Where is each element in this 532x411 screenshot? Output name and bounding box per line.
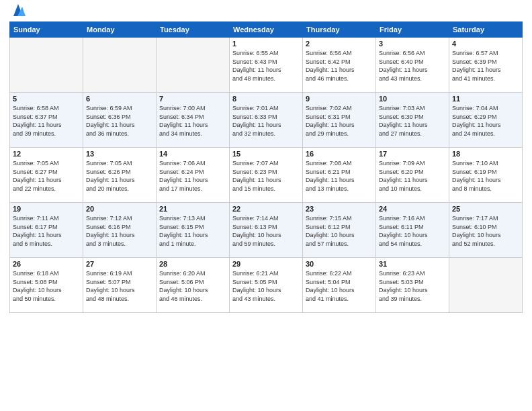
weekday-header-row: Sunday Monday Tuesday Wednesday Thursday… xyxy=(10,22,523,38)
calendar-cell: 7Sunrise: 7:00 AM Sunset: 6:34 PM Daylig… xyxy=(157,93,230,148)
day-info: Sunrise: 6:22 AM Sunset: 5:04 PM Dayligh… xyxy=(306,269,373,303)
day-number: 3 xyxy=(379,40,446,48)
day-info: Sunrise: 6:58 AM Sunset: 6:37 PM Dayligh… xyxy=(13,104,80,138)
calendar-cell: 6Sunrise: 6:59 AM Sunset: 6:36 PM Daylig… xyxy=(83,93,157,148)
day-number: 22 xyxy=(232,205,300,213)
header-saturday: Saturday xyxy=(449,22,523,38)
header-friday: Friday xyxy=(376,22,449,38)
day-number: 5 xyxy=(13,95,80,103)
day-info: Sunrise: 6:19 AM Sunset: 5:07 PM Dayligh… xyxy=(86,269,153,303)
day-info: Sunrise: 7:14 AM Sunset: 6:13 PM Dayligh… xyxy=(232,214,300,248)
calendar-cell: 21Sunrise: 7:13 AM Sunset: 6:15 PM Dayli… xyxy=(157,203,230,258)
day-info: Sunrise: 6:57 AM Sunset: 6:39 PM Dayligh… xyxy=(452,49,519,83)
calendar-cell: 26Sunrise: 6:18 AM Sunset: 5:08 PM Dayli… xyxy=(10,258,83,313)
day-info: Sunrise: 7:10 AM Sunset: 6:19 PM Dayligh… xyxy=(452,159,519,193)
day-number: 13 xyxy=(86,150,153,158)
calendar-cell xyxy=(10,38,83,93)
calendar-cell: 19Sunrise: 7:11 AM Sunset: 6:17 PM Dayli… xyxy=(10,203,83,258)
day-info: Sunrise: 7:04 AM Sunset: 6:29 PM Dayligh… xyxy=(452,104,519,138)
day-number: 28 xyxy=(159,260,226,268)
day-info: Sunrise: 6:20 AM Sunset: 5:06 PM Dayligh… xyxy=(159,269,226,303)
day-number: 31 xyxy=(379,260,446,268)
day-info: Sunrise: 6:23 AM Sunset: 5:03 PM Dayligh… xyxy=(379,269,446,303)
day-info: Sunrise: 7:03 AM Sunset: 6:30 PM Dayligh… xyxy=(379,104,446,138)
calendar-cell: 8Sunrise: 7:01 AM Sunset: 6:33 PM Daylig… xyxy=(230,93,303,148)
day-number: 24 xyxy=(379,205,446,213)
header-monday: Monday xyxy=(83,22,157,38)
calendar-cell: 22Sunrise: 7:14 AM Sunset: 6:13 PM Dayli… xyxy=(230,203,303,258)
day-number: 10 xyxy=(379,95,446,103)
day-info: Sunrise: 7:05 AM Sunset: 6:27 PM Dayligh… xyxy=(13,159,80,193)
day-number: 12 xyxy=(13,150,80,158)
day-info: Sunrise: 7:17 AM Sunset: 6:10 PM Dayligh… xyxy=(452,214,519,248)
calendar-cell: 12Sunrise: 7:05 AM Sunset: 6:27 PM Dayli… xyxy=(10,148,83,203)
calendar-cell: 13Sunrise: 7:05 AM Sunset: 6:26 PM Dayli… xyxy=(83,148,157,203)
day-info: Sunrise: 7:12 AM Sunset: 6:16 PM Dayligh… xyxy=(86,214,153,248)
day-number: 27 xyxy=(86,260,153,268)
calendar-week-row: 12Sunrise: 7:05 AM Sunset: 6:27 PM Dayli… xyxy=(10,148,523,203)
calendar-cell: 18Sunrise: 7:10 AM Sunset: 6:19 PM Dayli… xyxy=(449,148,523,203)
day-number: 4 xyxy=(452,40,519,48)
day-number: 6 xyxy=(86,95,153,103)
calendar-cell: 1Sunrise: 6:55 AM Sunset: 6:43 PM Daylig… xyxy=(230,38,303,93)
day-info: Sunrise: 7:06 AM Sunset: 6:24 PM Dayligh… xyxy=(159,159,226,193)
day-info: Sunrise: 7:09 AM Sunset: 6:20 PM Dayligh… xyxy=(379,159,446,193)
calendar-week-row: 5Sunrise: 6:58 AM Sunset: 6:37 PM Daylig… xyxy=(10,93,523,148)
calendar-cell: 23Sunrise: 7:15 AM Sunset: 6:12 PM Dayli… xyxy=(303,203,376,258)
day-number: 20 xyxy=(86,205,153,213)
day-number: 29 xyxy=(232,260,300,268)
day-number: 17 xyxy=(379,150,446,158)
header-wednesday: Wednesday xyxy=(230,22,303,38)
day-info: Sunrise: 7:16 AM Sunset: 6:11 PM Dayligh… xyxy=(379,214,446,248)
day-number: 16 xyxy=(306,150,373,158)
day-info: Sunrise: 7:05 AM Sunset: 6:26 PM Dayligh… xyxy=(86,159,153,193)
calendar-cell: 3Sunrise: 6:56 AM Sunset: 6:40 PM Daylig… xyxy=(376,38,449,93)
calendar-cell: 27Sunrise: 6:19 AM Sunset: 5:07 PM Dayli… xyxy=(83,258,157,313)
calendar-cell: 14Sunrise: 7:06 AM Sunset: 6:24 PM Dayli… xyxy=(157,148,230,203)
day-number: 15 xyxy=(232,150,300,158)
day-info: Sunrise: 7:00 AM Sunset: 6:34 PM Dayligh… xyxy=(159,104,226,138)
day-number: 9 xyxy=(306,95,373,103)
calendar-cell xyxy=(157,38,230,93)
calendar-week-row: 1Sunrise: 6:55 AM Sunset: 6:43 PM Daylig… xyxy=(10,38,523,93)
calendar-week-row: 26Sunrise: 6:18 AM Sunset: 5:08 PM Dayli… xyxy=(10,258,523,313)
calendar-cell: 29Sunrise: 6:21 AM Sunset: 5:05 PM Dayli… xyxy=(230,258,303,313)
calendar-cell: 17Sunrise: 7:09 AM Sunset: 6:20 PM Dayli… xyxy=(376,148,449,203)
calendar-week-row: 19Sunrise: 7:11 AM Sunset: 6:17 PM Dayli… xyxy=(10,203,523,258)
day-info: Sunrise: 7:07 AM Sunset: 6:23 PM Dayligh… xyxy=(232,159,300,193)
day-info: Sunrise: 6:59 AM Sunset: 6:36 PM Dayligh… xyxy=(86,104,153,138)
page: Sunday Monday Tuesday Wednesday Thursday… xyxy=(0,0,532,411)
day-number: 11 xyxy=(452,95,519,103)
calendar-cell: 28Sunrise: 6:20 AM Sunset: 5:06 PM Dayli… xyxy=(157,258,230,313)
calendar-cell: 11Sunrise: 7:04 AM Sunset: 6:29 PM Dayli… xyxy=(449,93,523,148)
logo xyxy=(9,7,26,16)
header-sunday: Sunday xyxy=(10,22,83,38)
calendar-cell: 5Sunrise: 6:58 AM Sunset: 6:37 PM Daylig… xyxy=(10,93,83,148)
day-info: Sunrise: 7:15 AM Sunset: 6:12 PM Dayligh… xyxy=(306,214,373,248)
day-number: 25 xyxy=(452,205,519,213)
day-number: 7 xyxy=(159,95,226,103)
calendar-cell: 31Sunrise: 6:23 AM Sunset: 5:03 PM Dayli… xyxy=(376,258,449,313)
day-number: 14 xyxy=(159,150,226,158)
day-info: Sunrise: 6:21 AM Sunset: 5:05 PM Dayligh… xyxy=(232,269,300,303)
calendar-cell: 24Sunrise: 7:16 AM Sunset: 6:11 PM Dayli… xyxy=(376,203,449,258)
day-info: Sunrise: 6:18 AM Sunset: 5:08 PM Dayligh… xyxy=(13,269,80,303)
day-number: 23 xyxy=(306,205,373,213)
day-info: Sunrise: 7:01 AM Sunset: 6:33 PM Dayligh… xyxy=(232,104,300,138)
header-thursday: Thursday xyxy=(303,22,376,38)
calendar-table: Sunday Monday Tuesday Wednesday Thursday… xyxy=(9,21,523,313)
day-info: Sunrise: 7:13 AM Sunset: 6:15 PM Dayligh… xyxy=(159,214,226,248)
day-number: 21 xyxy=(159,205,226,213)
calendar-cell: 4Sunrise: 6:57 AM Sunset: 6:39 PM Daylig… xyxy=(449,38,523,93)
calendar-cell: 30Sunrise: 6:22 AM Sunset: 5:04 PM Dayli… xyxy=(303,258,376,313)
header-tuesday: Tuesday xyxy=(157,22,230,38)
day-number: 30 xyxy=(306,260,373,268)
calendar-cell: 2Sunrise: 6:56 AM Sunset: 6:42 PM Daylig… xyxy=(303,38,376,93)
day-info: Sunrise: 7:08 AM Sunset: 6:21 PM Dayligh… xyxy=(306,159,373,193)
day-number: 19 xyxy=(13,205,80,213)
header xyxy=(9,7,523,16)
calendar-cell: 15Sunrise: 7:07 AM Sunset: 6:23 PM Dayli… xyxy=(230,148,303,203)
calendar-cell: 16Sunrise: 7:08 AM Sunset: 6:21 PM Dayli… xyxy=(303,148,376,203)
calendar-cell: 20Sunrise: 7:12 AM Sunset: 6:16 PM Dayli… xyxy=(83,203,157,258)
calendar-cell xyxy=(449,258,523,313)
